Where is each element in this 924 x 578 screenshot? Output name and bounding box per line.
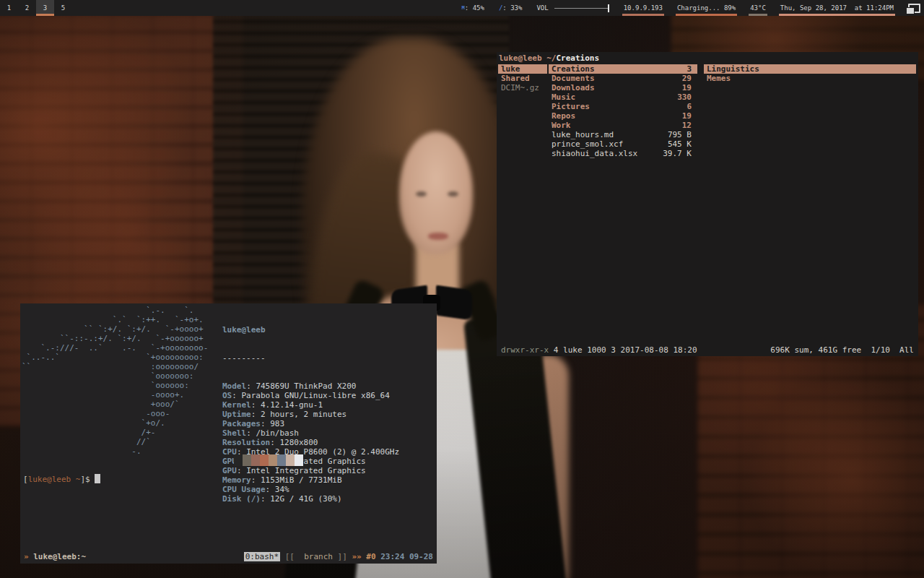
- list-item[interactable]: Linguistics: [704, 64, 916, 74]
- item-name: luke_hours.md: [549, 130, 668, 139]
- info-value: 34%: [275, 485, 289, 494]
- list-item[interactable]: luke_hours.md795 B: [549, 130, 697, 139]
- status-battery: Charging... 89%: [676, 0, 737, 16]
- list-item[interactable]: luke: [498, 64, 547, 74]
- info-value: 924x578: [279, 438, 318, 447]
- item-name: shiaohui_data.xlsx: [549, 149, 663, 158]
- item-size: 39.7 K: [663, 149, 697, 158]
- neofetch-info-list: Model: 745869U ThinkPad X200OS: Parabola…: [222, 381, 399, 504]
- info-line: Resolution: 924x578: [222, 438, 399, 447]
- tmux-statusbar: » luke@leeb:~ 0:bash* [[ branch ]] »» #0…: [20, 549, 437, 564]
- shell-prompt[interactable]: [luke@leeb ~]$: [23, 474, 100, 484]
- volume-slider-thumb[interactable]: [608, 4, 609, 12]
- datetime-value: Thu, Sep 28, 2017 at 11:24PM: [780, 4, 894, 12]
- info-colon: :: [261, 419, 270, 428]
- volume-label: VOL: [536, 4, 548, 12]
- tmux-window-button[interactable]: 0:bash*: [244, 552, 280, 561]
- item-name: prince_smol.xcf: [549, 139, 668, 149]
- list-item[interactable]: shiaohui_data.xlsx39.7 K: [549, 149, 697, 158]
- item-name: Documents: [549, 74, 682, 83]
- status-disk: /: 33%: [497, 0, 524, 16]
- item-name: Music: [549, 92, 677, 102]
- battery-value: Charging... 89%: [677, 4, 736, 12]
- item-name: Work: [549, 121, 682, 130]
- workspace-tag-5[interactable]: 5: [54, 0, 72, 16]
- neofetch-info: luke@leeb --------- Model: 745869U Think…: [222, 306, 399, 522]
- item-size: 12: [682, 121, 697, 130]
- tmux-left: » luke@leeb:~: [24, 552, 86, 561]
- workspace-tag-2[interactable]: 2: [18, 0, 36, 16]
- list-item[interactable]: Shared: [498, 74, 547, 83]
- ranger-preview-column: LinguisticsMemes: [704, 64, 916, 83]
- palette-swatch-6: [286, 454, 295, 466]
- tmux-git-branch: branch: [300, 552, 333, 561]
- info-label: Shell: [222, 428, 246, 438]
- terminal-window[interactable]: `.-. `. `.` `:++. `-+o+. `` `:+/. `:+/. …: [20, 303, 437, 564]
- info-colon: :: [270, 438, 279, 447]
- status-tray: [907, 0, 924, 16]
- ranger-current-dir: Creations: [556, 53, 599, 63]
- info-value: 1153MiB / 7731MiB: [261, 475, 342, 485]
- list-item[interactable]: Music330: [549, 92, 697, 102]
- info-value: 745869U ThinkPad X200: [256, 381, 356, 391]
- info-colon: :: [251, 400, 261, 410]
- item-size: 19: [682, 111, 697, 121]
- ranger-window[interactable]: luke@leeb ~/Creations lukeSharedDCIM~.gz…: [497, 52, 918, 356]
- ranger-path-prefix: ~/: [546, 53, 556, 63]
- volume-slider[interactable]: [554, 8, 609, 9]
- info-value: 12G / 41G (30%): [270, 494, 341, 504]
- info-line: Packages: 983: [222, 419, 399, 428]
- palette-swatch-1: [243, 454, 251, 466]
- ranger-parent-column: lukeSharedDCIM~.gz: [498, 64, 547, 92]
- list-item[interactable]: Work12: [549, 121, 697, 130]
- ranger-titlebar: luke@leeb ~/Creations: [499, 53, 599, 63]
- workspace-tag-3[interactable]: 3: [36, 0, 54, 16]
- list-item[interactable]: DCIM~.gz: [498, 83, 547, 92]
- info-label: Packages: [222, 419, 261, 428]
- info-label: GPU: [222, 466, 237, 475]
- item-size: 545 K: [668, 139, 697, 149]
- info-value: /bin/bash: [256, 428, 299, 438]
- list-item[interactable]: Memes: [704, 74, 916, 83]
- item-name: Downloads: [549, 83, 682, 92]
- display-icon[interactable]: [908, 4, 920, 13]
- status-temperature: 43°C: [749, 0, 767, 16]
- tmux-right: 0:bash* [[ branch ]] »» #0 23:24 09-28: [244, 552, 433, 561]
- item-size: 19: [682, 83, 697, 92]
- temperature-value: 43°C: [750, 4, 766, 12]
- status-datetime: Thu, Sep 28, 2017 at 11:24PM: [779, 0, 895, 16]
- list-item[interactable]: Documents29: [549, 74, 697, 83]
- item-name: Memes: [704, 74, 916, 83]
- info-line: Memory: 1153MiB / 7731MiB: [222, 475, 399, 485]
- info-colon: :: [246, 381, 256, 391]
- info-label: Kernel: [222, 400, 251, 410]
- list-item[interactable]: Repos19: [549, 111, 697, 121]
- color-palette: [234, 454, 303, 466]
- item-name: luke: [498, 64, 547, 74]
- palette-swatch-3: [260, 454, 269, 466]
- info-line: CPU Usage: 34%: [222, 485, 399, 494]
- neofetch-separator: ---------: [222, 353, 399, 363]
- info-line: GPU: Intel Integrated Graphics: [222, 466, 399, 475]
- item-name: DCIM~.gz: [498, 83, 547, 92]
- list-item[interactable]: Creations3: [549, 64, 697, 74]
- ranger-main-column: Creations3Documents29Downloads19Music330…: [549, 64, 697, 158]
- list-item[interactable]: prince_smol.xcf545 K: [549, 139, 697, 149]
- info-value: 983: [270, 419, 284, 428]
- ranger-file-details: drwxr-xr-x 4 luke 1000 3 2017-08-08 18:2…: [501, 345, 697, 355]
- list-item[interactable]: Downloads19: [549, 83, 697, 92]
- info-line: Shell: /bin/bash: [222, 428, 399, 438]
- item-name: Linguistics: [704, 64, 916, 74]
- info-line: Model: 745869U ThinkPad X200: [222, 381, 399, 391]
- neofetch-ascii: `.-. `. `.` `:++. `-+o+. `` `:+/. `:+/. …: [22, 306, 208, 456]
- tmux-host-path: luke@leeb:~: [33, 552, 86, 561]
- workspace-tag-1[interactable]: 1: [0, 0, 18, 16]
- item-size: 3: [687, 64, 697, 74]
- info-colon: :: [266, 485, 275, 494]
- prompt-open-bracket: [: [23, 475, 28, 484]
- item-name: Pictures: [549, 102, 687, 111]
- info-colon: :: [251, 475, 261, 485]
- list-item[interactable]: Pictures6: [549, 102, 697, 111]
- info-colon: :: [232, 391, 241, 400]
- info-line: OS: Parabola GNU/Linux-libre x86_64: [222, 391, 399, 400]
